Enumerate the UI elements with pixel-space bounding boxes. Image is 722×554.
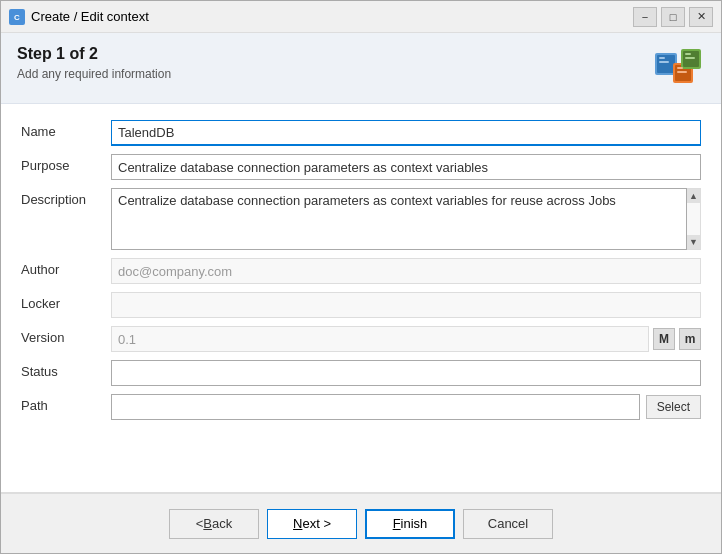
locker-input[interactable]	[111, 292, 701, 318]
path-field-wrapper: Select	[111, 394, 701, 420]
scrollbar-track	[687, 203, 700, 235]
minimize-button[interactable]: −	[633, 7, 657, 27]
svg-rect-10	[685, 53, 691, 55]
purpose-row: Purpose	[21, 154, 701, 180]
form-section: Name Purpose Description Centralize data…	[1, 104, 721, 493]
author-row: Author	[21, 258, 701, 284]
svg-text:C: C	[14, 13, 20, 22]
maximize-button[interactable]: □	[661, 7, 685, 27]
version-major-button[interactable]: M	[653, 328, 675, 350]
footer: < Back Next > Finish Cancel	[1, 493, 721, 553]
status-row: Status	[21, 360, 701, 386]
finish-button[interactable]: Finish	[365, 509, 455, 539]
version-input[interactable]	[111, 326, 649, 352]
path-row: Path Select	[21, 394, 701, 420]
version-field-wrapper: M m	[111, 326, 701, 352]
title-bar: C Create / Edit context − □ ✕	[1, 1, 721, 33]
svg-rect-12	[677, 67, 683, 69]
back-button[interactable]: < Back	[169, 509, 259, 539]
svg-rect-8	[659, 57, 665, 59]
select-button[interactable]: Select	[646, 395, 701, 419]
scrollbar-down-arrow[interactable]: ▼	[687, 235, 700, 249]
purpose-field-wrapper	[111, 154, 701, 180]
svg-rect-9	[659, 61, 669, 63]
window-controls: − □ ✕	[633, 7, 713, 27]
version-row-inner: M m	[111, 326, 701, 352]
create-edit-context-dialog: C Create / Edit context − □ ✕ Step 1 of …	[0, 0, 722, 554]
description-row: Description Centralize database connecti…	[21, 188, 701, 250]
context-icon	[653, 45, 705, 93]
status-field-wrapper	[111, 360, 701, 386]
name-field-wrapper	[111, 120, 701, 146]
locker-row: Locker	[21, 292, 701, 318]
path-input[interactable]	[111, 394, 640, 420]
purpose-input[interactable]	[111, 154, 701, 180]
name-input[interactable]	[111, 120, 701, 146]
next-button[interactable]: Next >	[267, 509, 357, 539]
description-scrollbar[interactable]: ▲ ▼	[687, 188, 701, 250]
path-label: Path	[21, 394, 111, 413]
description-textarea[interactable]: Centralize database connection parameter…	[111, 188, 687, 250]
description-label: Description	[21, 188, 111, 207]
locker-field-wrapper	[111, 292, 701, 318]
header-section: Step 1 of 2 Add any required information	[1, 33, 721, 104]
finish-underline: F	[393, 516, 401, 531]
cancel-button[interactable]: Cancel	[463, 509, 553, 539]
author-label: Author	[21, 258, 111, 277]
svg-rect-13	[677, 71, 687, 73]
next-underline: N	[293, 516, 302, 531]
version-minor-button[interactable]: m	[679, 328, 701, 350]
step-subtitle: Add any required information	[17, 67, 171, 81]
status-label: Status	[21, 360, 111, 379]
step-title: Step 1 of 2	[17, 45, 171, 63]
path-row-inner: Select	[111, 394, 701, 420]
author-input[interactable]	[111, 258, 701, 284]
status-input[interactable]	[111, 360, 701, 386]
locker-label: Locker	[21, 292, 111, 311]
description-wrapper: Centralize database connection parameter…	[111, 188, 701, 250]
back-underline: B	[203, 516, 212, 531]
header-left: Step 1 of 2 Add any required information	[17, 45, 171, 81]
app-icon: C	[9, 9, 25, 25]
svg-rect-11	[685, 57, 695, 59]
version-label: Version	[21, 326, 111, 345]
window-title: Create / Edit context	[31, 9, 633, 24]
scrollbar-up-arrow[interactable]: ▲	[687, 189, 700, 203]
name-label: Name	[21, 120, 111, 139]
author-field-wrapper	[111, 258, 701, 284]
purpose-label: Purpose	[21, 154, 111, 173]
name-row: Name	[21, 120, 701, 146]
version-row: Version M m	[21, 326, 701, 352]
close-button[interactable]: ✕	[689, 7, 713, 27]
